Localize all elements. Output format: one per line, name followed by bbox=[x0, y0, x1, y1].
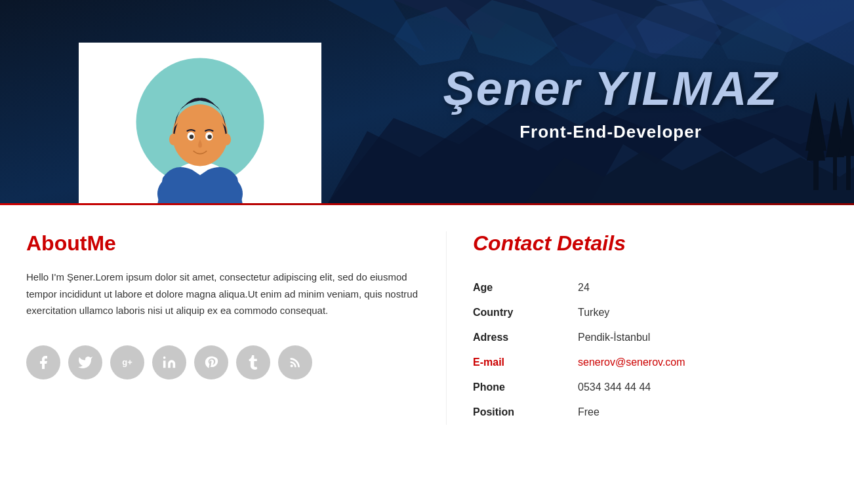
about-title-normal: About bbox=[26, 231, 87, 255]
svg-point-28 bbox=[173, 104, 228, 166]
about-title-colored: Me bbox=[87, 231, 115, 255]
contact-title: Contact Details bbox=[473, 231, 828, 256]
contact-row: PositionFree bbox=[473, 400, 828, 425]
contact-row: Age24 bbox=[473, 275, 828, 300]
svg-point-35 bbox=[163, 356, 166, 359]
google-plus-icon[interactable]: g+ bbox=[110, 345, 144, 379]
svg-point-36 bbox=[291, 364, 293, 367]
header-section: Şener YILMAZ Front-End-Developer bbox=[0, 0, 854, 203]
svg-point-34 bbox=[222, 134, 231, 145]
social-icons-container: g+ bbox=[26, 345, 420, 379]
facebook-icon[interactable] bbox=[26, 345, 60, 379]
contact-section: Contact Details Age24CountryTurkeyAdress… bbox=[446, 231, 828, 425]
contact-row: CountryTurkey bbox=[473, 300, 828, 325]
tumblr-icon[interactable] bbox=[236, 345, 270, 379]
contact-value: senerov@senerov.com bbox=[578, 350, 828, 375]
linkedin-icon[interactable] bbox=[152, 345, 186, 379]
contact-title-normal: Contact bbox=[473, 231, 557, 255]
contact-value: 24 bbox=[578, 275, 828, 300]
main-content: AboutMe Hello I'm Şener.Lorem ipsum dolo… bbox=[0, 205, 854, 451]
contact-row: Phone0534 344 44 44 bbox=[473, 375, 828, 400]
avatar-svg bbox=[115, 39, 285, 203]
contact-row: E-mailsenerov@senerov.com bbox=[473, 350, 828, 375]
contact-label: Country bbox=[473, 300, 578, 325]
avatar-box bbox=[79, 43, 321, 203]
about-text: Hello I'm Şener.Lorem ipsum dolor sit am… bbox=[26, 269, 420, 319]
contact-label: Phone bbox=[473, 375, 578, 400]
contact-value: Turkey bbox=[578, 300, 828, 325]
contact-label: Position bbox=[473, 400, 578, 425]
contact-table: Age24CountryTurkeyAdressPendik-İstanbulE… bbox=[473, 275, 828, 425]
contact-row: AdressPendik-İstanbul bbox=[473, 325, 828, 350]
svg-point-33 bbox=[169, 134, 178, 145]
header-name: Şener YILMAZ bbox=[443, 62, 779, 115]
about-section: AboutMe Hello I'm Şener.Lorem ipsum dolo… bbox=[26, 231, 446, 425]
header-text-area: Şener YILMAZ Front-End-Developer bbox=[367, 0, 854, 203]
svg-point-31 bbox=[190, 134, 194, 139]
contact-value: Pendik-İstanbul bbox=[578, 325, 828, 350]
contact-label: Adress bbox=[473, 325, 578, 350]
contact-title-colored: Details bbox=[557, 231, 626, 255]
contact-value: 0534 344 44 44 bbox=[578, 375, 828, 400]
contact-label: Age bbox=[473, 275, 578, 300]
svg-point-32 bbox=[207, 134, 212, 139]
rss-icon[interactable] bbox=[278, 345, 312, 379]
contact-label: E-mail bbox=[473, 350, 578, 375]
twitter-icon[interactable] bbox=[68, 345, 102, 379]
pinterest-icon[interactable] bbox=[194, 345, 228, 379]
header-title: Front-End-Developer bbox=[519, 122, 702, 142]
contact-value: Free bbox=[578, 400, 828, 425]
about-title: AboutMe bbox=[26, 231, 420, 256]
